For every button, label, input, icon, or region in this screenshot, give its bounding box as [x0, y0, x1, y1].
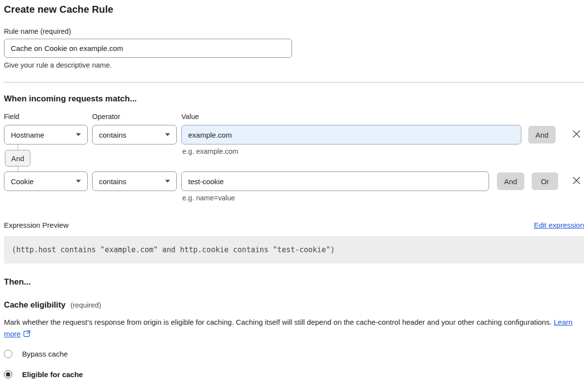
condition-row: Hostname contains e.g. example.com And: [4, 125, 584, 144]
field-select-value: Hostname: [11, 131, 44, 139]
rule-name-label: Rule name (required): [4, 27, 584, 35]
operator-select-value: contains: [99, 177, 126, 186]
close-icon: [572, 176, 581, 185]
condition-connector: And: [4, 144, 38, 171]
radio-option-eligible-for-cache[interactable]: Eligible for cache: [4, 370, 584, 379]
and-button[interactable]: And: [528, 126, 556, 144]
operator-column-label: Operator: [92, 113, 181, 120]
field-column-label: Field: [4, 113, 92, 120]
cache-eligibility-heading: Cache eligibility (required): [4, 300, 584, 310]
expression-preview-label: Expression Preview: [4, 221, 69, 229]
connector-and-button[interactable]: And: [5, 150, 30, 167]
rule-name-help: Give your rule a descriptive name.: [4, 61, 584, 69]
edit-expression-link[interactable]: Edit expression: [534, 221, 584, 229]
field-select-value: Cookie: [11, 177, 34, 186]
value-column-label: Value: [181, 113, 199, 120]
section-divider: [4, 82, 584, 83]
cache-eligibility-description: Mark whether the request’s response from…: [4, 316, 580, 341]
and-button[interactable]: And: [497, 172, 524, 190]
condition-row: Cookie contains e.g. name=value And Or: [4, 171, 584, 191]
external-link-icon: [23, 329, 30, 341]
field-select[interactable]: Cookie: [4, 171, 88, 191]
cache-eligibility-title: Cache eligibility: [4, 300, 66, 310]
radio-dot: [6, 372, 10, 377]
chevron-down-icon: [165, 180, 170, 183]
connector-line: [18, 144, 18, 150]
operator-select[interactable]: contains: [92, 125, 177, 144]
field-select[interactable]: Hostname: [4, 125, 88, 144]
chevron-down-icon: [165, 133, 170, 136]
operator-select-value: contains: [99, 131, 126, 139]
value-input[interactable]: [181, 171, 489, 191]
operator-select[interactable]: contains: [92, 171, 177, 191]
match-heading: When incoming requests match...: [4, 94, 584, 104]
value-hint: e.g. example.com: [182, 147, 238, 155]
create-cache-rule-page: Create new Cache Rule Rule name (require…: [0, 0, 588, 379]
then-heading: Then...: [4, 277, 584, 287]
close-icon: [572, 129, 581, 139]
radio-label[interactable]: Bypass cache: [22, 350, 68, 358]
description-text: Mark whether the request’s response from…: [4, 318, 552, 326]
value-hint: e.g. name=value: [182, 194, 235, 202]
chevron-down-icon: [76, 180, 81, 183]
remove-condition-button[interactable]: [572, 176, 581, 185]
expression-code: (http.host contains "example.com" and ht…: [4, 236, 584, 264]
radio-button-icon[interactable]: [4, 350, 12, 358]
radio-button-icon[interactable]: [4, 370, 12, 379]
condition-column-labels: Field Operator Value: [4, 113, 584, 120]
chevron-down-icon: [76, 133, 81, 136]
required-badge: (required): [71, 301, 101, 309]
radio-option-bypass-cache[interactable]: Bypass cache: [4, 350, 584, 358]
remove-condition-button[interactable]: [572, 129, 581, 139]
rule-name-input[interactable]: [4, 39, 292, 58]
value-input[interactable]: [181, 125, 521, 144]
page-title: Create new Cache Rule: [4, 3, 584, 15]
connector-line: [18, 167, 18, 171]
or-button[interactable]: Or: [532, 172, 558, 190]
radio-label[interactable]: Eligible for cache: [22, 370, 83, 379]
